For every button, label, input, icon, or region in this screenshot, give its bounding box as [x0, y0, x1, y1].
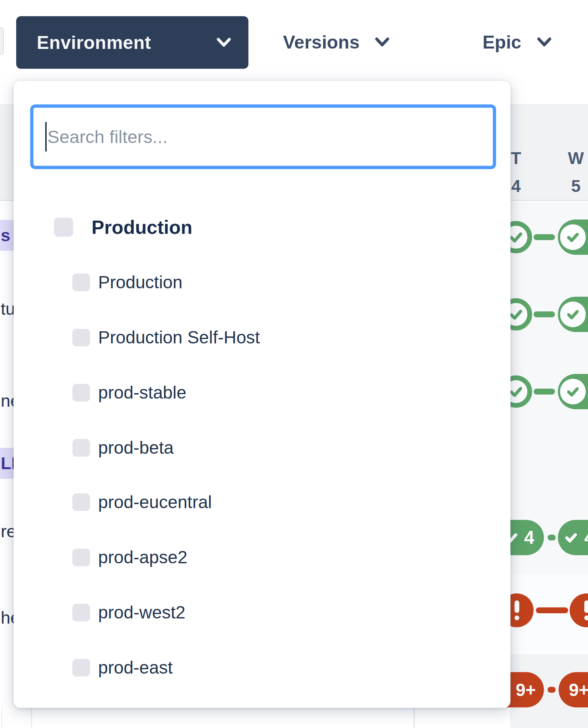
environment-option[interactable]: prod-beta — [14, 428, 510, 468]
clipped-filter-button[interactable] — [0, 27, 4, 54]
dependency-line — [548, 687, 556, 693]
day-column-header: W 5 — [559, 144, 588, 200]
option-label: Production — [92, 218, 192, 237]
option-label: prod-beta — [98, 439, 173, 457]
checkbox[interactable] — [72, 493, 90, 511]
overdue-count: 9+ — [569, 680, 588, 700]
option-label: Production — [98, 274, 182, 291]
option-label: prod-eucentral — [98, 493, 212, 511]
done-count: 4 — [584, 527, 588, 548]
check-circle-icon — [560, 379, 586, 404]
overdue-count: 9+ — [516, 680, 536, 700]
table-column-border — [414, 708, 415, 728]
done-count: 4 — [524, 527, 534, 548]
option-label: prod-east — [98, 659, 173, 677]
environment-option[interactable]: Production Self-Host — [14, 317, 510, 358]
environment-option[interactable]: prod-apse2 — [14, 537, 510, 578]
dependency-line — [536, 607, 568, 613]
dependency-line — [534, 234, 555, 240]
checkbox[interactable] — [72, 274, 90, 291]
chevron-down-icon — [374, 37, 390, 48]
search-placeholder: Search filters... — [47, 126, 168, 147]
option-label: prod-west2 — [98, 604, 185, 621]
environment-button-label: Environment — [37, 32, 151, 53]
environment-option[interactable]: Production — [14, 262, 510, 303]
filter-menu-versions[interactable]: Versions — [283, 22, 390, 63]
checkbox[interactable] — [72, 384, 90, 402]
environment-filter-button[interactable]: Environment — [16, 16, 248, 69]
dependency-line — [548, 535, 556, 540]
environment-option[interactable]: Production — [14, 207, 510, 247]
checkbox[interactable] — [72, 329, 90, 346]
table-column-border — [31, 708, 32, 728]
text-cursor — [45, 122, 47, 151]
chevron-down-icon — [215, 37, 232, 49]
chevron-down-icon — [536, 37, 552, 48]
environment-option[interactable]: prod-stable — [14, 372, 510, 413]
table-edge-border — [1, 708, 2, 728]
timeline-filter-screen: T 4W 5 s -tuneLPrehe 449+9+ Search filte… — [0, 0, 588, 728]
filter-menu-epic[interactable]: Epic — [483, 22, 552, 63]
environment-option[interactable]: prod-eucentral — [14, 482, 510, 522]
option-label: prod-apse2 — [98, 549, 187, 566]
checkbox[interactable] — [72, 549, 90, 566]
search-filters-field[interactable]: Search filters... — [30, 104, 496, 169]
checkbox[interactable] — [72, 659, 90, 677]
checkbox[interactable] — [72, 604, 90, 621]
dependency-line — [534, 389, 555, 395]
option-label: Production Self-Host — [98, 329, 260, 346]
menu-label: Versions — [283, 32, 359, 53]
check-circle-icon — [560, 224, 586, 250]
dependency-line — [534, 311, 555, 317]
checkbox[interactable] — [54, 218, 73, 237]
menu-label: Epic — [483, 32, 521, 53]
check-circle-icon — [560, 301, 586, 327]
environment-option[interactable]: prod-west2 — [14, 592, 510, 633]
environment-filter-dropdown: Search filters... Production Production … — [14, 81, 510, 708]
checkbox[interactable] — [72, 439, 90, 457]
environment-option[interactable]: prod-east — [14, 647, 510, 688]
option-label: prod-stable — [98, 384, 186, 402]
